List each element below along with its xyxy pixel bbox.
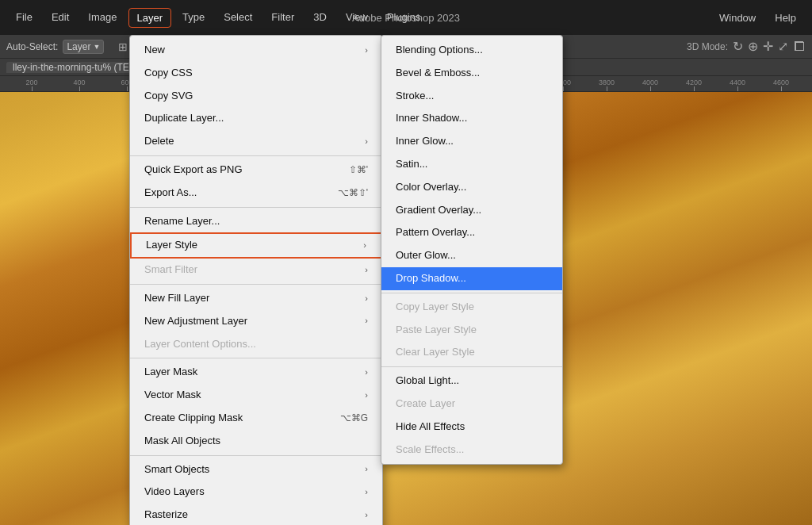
- submenu-separator: [381, 293, 562, 293]
- menubar: Adobe Photoshop 2023 FileEditImageLayerT…: [0, 0, 812, 35]
- layer-menu-item-video-layers[interactable]: Video Layers›: [130, 481, 382, 504]
- layer-style-item-global-light---[interactable]: Global Light...: [381, 370, 562, 393]
- layer-menu-item-create-clipping-mask[interactable]: Create Clipping Mask⌥⌘G: [130, 407, 382, 430]
- 3d-slide-icon[interactable]: ⤢: [778, 39, 788, 54]
- layer-style-item-create-layer: Create Layer: [381, 393, 562, 416]
- submenu-arrow-icon: ›: [365, 389, 368, 403]
- menubar-item-filter[interactable]: Filter: [263, 8, 302, 28]
- layer-menu-item-smart-filter: Smart Filter›: [130, 259, 382, 282]
- layer-style-item-paste-layer-style: Paste Layer Style: [381, 319, 562, 342]
- menu-separator: [130, 455, 382, 456]
- layer-menu-item-mask-all-objects[interactable]: Mask All Objects: [130, 430, 382, 453]
- menubar-item-type[interactable]: Type: [174, 8, 213, 28]
- ruler-label: 4600: [773, 79, 789, 86]
- toolbar-3dmode: 3D Mode: ↻ ⊕ ✛ ⤢ ⧠: [687, 39, 806, 54]
- layer-style-item-outer-glow---[interactable]: Outer Glow...: [381, 244, 562, 267]
- ruler-tick: [781, 86, 782, 91]
- menubar-item-image[interactable]: Image: [80, 8, 124, 28]
- menu-item-label: Duplicate Layer...: [144, 110, 224, 127]
- ruler-label: 200: [25, 79, 37, 86]
- ruler-label: 4200: [686, 79, 702, 86]
- layer-style-item-inner-glow---[interactable]: Inner Glow...: [381, 130, 562, 153]
- ruler-tick: [607, 86, 607, 91]
- menu-item-label: Layer Style: [146, 237, 197, 254]
- menu-item-label: Video Layers: [144, 484, 205, 500]
- layer-menu-item-new-adjustment-layer[interactable]: New Adjustment Layer›: [130, 310, 382, 333]
- menubar-item-3d[interactable]: 3D: [305, 8, 335, 28]
- layer-menu-item-copy-css[interactable]: Copy CSS: [130, 62, 382, 85]
- layer-style-item-inner-shadow---[interactable]: Inner Shadow...: [381, 107, 562, 130]
- layer-menu-item-rasterize[interactable]: Rasterize›: [130, 504, 382, 525]
- layer-menu-item-layer-content-options---: Layer Content Options...: [130, 333, 382, 356]
- layer-menu-item-delete[interactable]: Delete›: [130, 130, 382, 153]
- layer-menu-item-new[interactable]: New›: [130, 39, 382, 62]
- 3d-rotate-icon[interactable]: ↻: [733, 39, 743, 54]
- menu-separator: [130, 284, 382, 285]
- ruler-tick: [127, 86, 128, 91]
- menubar-item-file[interactable]: File: [8, 8, 40, 28]
- submenu-separator: [381, 366, 562, 367]
- menu-shortcut: ⇧⌘': [349, 163, 368, 178]
- ruler-tick: [79, 86, 80, 91]
- menubar-item-layer[interactable]: Layer: [128, 8, 172, 28]
- menu-item-label: Layer Content Options...: [144, 336, 256, 353]
- layer-style-submenu: Blending Options...Bevel & Emboss...Stro…: [381, 35, 563, 465]
- layer-menu-item-smart-objects[interactable]: Smart Objects›: [130, 458, 382, 481]
- submenu-arrow-icon: ›: [365, 508, 368, 523]
- layer-menu-item-vector-mask[interactable]: Vector Mask›: [130, 384, 382, 407]
- submenu-arrow-icon: ›: [365, 292, 368, 306]
- menubar-item-select[interactable]: Select: [216, 8, 260, 28]
- layer-menu-item-copy-svg[interactable]: Copy SVG: [130, 85, 382, 108]
- menu-item-label: Mask All Objects: [144, 433, 220, 450]
- menu-item-label: Create Clipping Mask: [144, 410, 243, 427]
- submenu-arrow-icon: ›: [365, 366, 368, 380]
- 3d-pan-icon[interactable]: ✛: [763, 39, 773, 54]
- layer-style-item-clear-layer-style: Clear Layer Style: [381, 341, 562, 364]
- menu-item-label: New Adjustment Layer: [144, 313, 247, 330]
- layer-style-item-drop-shadow---[interactable]: Drop Shadow...: [381, 267, 562, 290]
- layer-style-item-pattern-overlay---[interactable]: Pattern Overlay...: [381, 221, 562, 244]
- 3d-camera-icon[interactable]: ⧠: [793, 40, 806, 54]
- ruler-label: 4400: [730, 79, 745, 86]
- menu-item-label: Copy CSS: [144, 65, 193, 82]
- submenu-arrow-icon: ›: [365, 135, 368, 149]
- layer-style-item-color-overlay---[interactable]: Color Overlay...: [381, 176, 562, 199]
- layer-style-item-stroke---[interactable]: Stroke...: [381, 85, 562, 108]
- menu-item-label: Rename Layer...: [144, 213, 220, 230]
- layer-style-item-satin---[interactable]: Satin...: [381, 153, 562, 176]
- ruler-label: 400: [73, 79, 85, 86]
- menu-item-label: Smart Objects: [144, 462, 209, 478]
- menubar-item-help[interactable]: Help: [767, 9, 804, 27]
- autoselect-label: Auto-Select:: [6, 41, 58, 52]
- app-title: Adobe Photoshop 2023: [352, 12, 460, 24]
- ruler-tick: [737, 86, 738, 91]
- menu-item-label: Smart Filter: [144, 262, 197, 278]
- layer-menu-item-rename-layer---[interactable]: Rename Layer...: [130, 210, 382, 233]
- 3d-orbit-icon[interactable]: ⊕: [748, 39, 758, 54]
- layer-menu-item-duplicate-layer---[interactable]: Duplicate Layer...: [130, 107, 382, 130]
- layer-style-item-gradient-overlay---[interactable]: Gradient Overlay...: [381, 199, 562, 222]
- layer-style-item-hide-all-effects[interactable]: Hide All Effects: [381, 416, 562, 439]
- ruler-tick: [563, 86, 564, 91]
- layer-style-item-bevel---emboss---[interactable]: Bevel & Emboss...: [381, 62, 562, 85]
- menubar-item-window[interactable]: Window: [711, 9, 764, 27]
- layer-menu-item-layer-mask[interactable]: Layer Mask›: [130, 361, 382, 384]
- file-tab-name: lley-in-the-morning-tu: [13, 62, 102, 73]
- menu-item-label: Quick Export as PNG: [144, 162, 243, 178]
- menubar-item-edit[interactable]: Edit: [44, 8, 77, 28]
- menu-shortcut: ⌥⌘G: [340, 411, 368, 426]
- dropdown-chevron-icon: ▼: [93, 43, 100, 51]
- layer-menu-item-new-fill-layer[interactable]: New Fill Layer›: [130, 287, 382, 310]
- layer-style-item-blending-options---[interactable]: Blending Options...: [381, 39, 562, 62]
- menu-item-label: Delete: [144, 133, 174, 150]
- layer-menu-item-quick-export-as-png[interactable]: Quick Export as PNG⇧⌘': [130, 159, 382, 182]
- menu-item-label: Layer Mask: [144, 364, 197, 381]
- autoselect-dropdown[interactable]: Layer ▼: [63, 40, 104, 54]
- ruler-tick: [650, 86, 651, 91]
- layer-style-item-scale-effects---: Scale Effects...: [381, 439, 562, 462]
- layer-menu-item-export-as---[interactable]: Export As...⌥⌘⇧': [130, 182, 382, 205]
- ruler-tick: [32, 86, 33, 91]
- layer-menu-item-layer-style[interactable]: Layer Style›: [130, 232, 382, 259]
- menu-separator: [130, 207, 382, 208]
- ruler-tick: [694, 86, 695, 91]
